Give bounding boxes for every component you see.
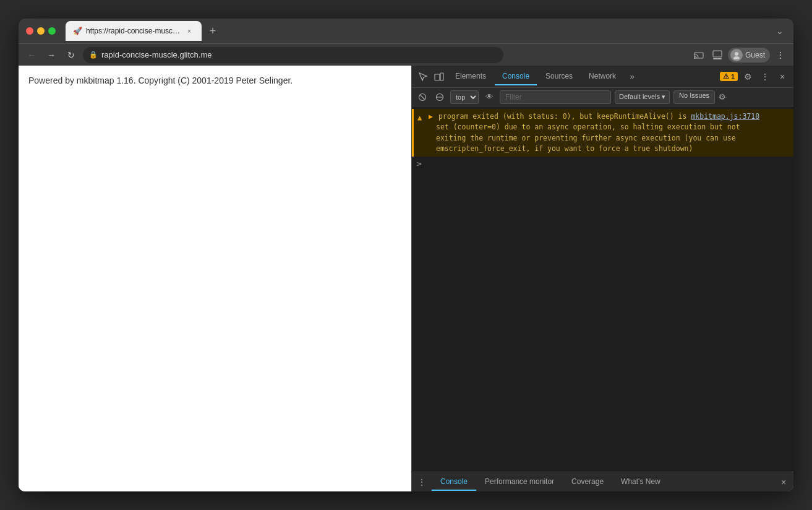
clear-console-button[interactable] (416, 90, 429, 104)
back-button[interactable]: ← (24, 47, 40, 63)
expand-arrow[interactable]: ▶ (429, 112, 433, 121)
devtools-tab-network[interactable]: Network (581, 68, 623, 85)
warning-icon: ⚠ (723, 72, 729, 80)
user-menu-button[interactable]: Guest (728, 48, 770, 63)
user-name: Guest (745, 51, 765, 59)
svg-line-9 (421, 95, 425, 99)
traffic-lights (26, 27, 56, 35)
device-toggle-button[interactable] (432, 69, 447, 84)
svg-point-5 (733, 56, 740, 59)
warning-message-prefix: program exited (with status: 0), but kee… (438, 112, 691, 121)
console-cursor-line[interactable]: > (412, 157, 793, 171)
minimize-button[interactable] (37, 27, 45, 35)
filter-settings-button[interactable]: ⚙ (719, 92, 726, 102)
devtools-tab-console[interactable]: Console (495, 68, 537, 85)
no-issues-button[interactable]: No Issues (673, 90, 715, 104)
new-tab-button[interactable]: + (204, 22, 221, 40)
tab-close-button[interactable]: × (184, 26, 194, 36)
main-area: Powered by mkbitmap 1.16. Copyright (C) … (19, 66, 793, 491)
warning-badge[interactable]: ⚠ 1 (720, 72, 738, 81)
console-content: ▲ ▶ program exited (with status: 0), but… (412, 106, 793, 472)
devtools-toolbar: Elements Console Sources Network » ⚠ 1 (412, 66, 793, 88)
svg-rect-6 (435, 74, 440, 80)
active-tab[interactable]: 🚀 https://rapid-concise-muscle.g... × (66, 21, 202, 41)
address-input-wrap[interactable]: 🔒 rapid-concise-muscle.glitch.me (83, 47, 503, 63)
eye-button[interactable]: 👁 (482, 90, 496, 104)
forward-button[interactable]: → (43, 47, 59, 63)
page-content: Powered by mkbitmap 1.16. Copyright (C) … (19, 66, 411, 491)
devtools-toolbar-right: ⚠ 1 ⚙ ⋮ × (720, 69, 790, 84)
default-levels-label: Default levels ▾ (619, 93, 665, 101)
devtools-tab-sources[interactable]: Sources (538, 68, 580, 85)
close-button[interactable] (26, 27, 33, 35)
address-bar-right: Guest ⋮ (691, 47, 788, 63)
tab-strip-chevron[interactable]: ⌄ (774, 24, 786, 38)
title-bar: 🚀 https://rapid-concise-muscle.g... × + … (19, 19, 793, 43)
svg-point-1 (694, 58, 695, 59)
devtools-bottom-tabs: ⋮ Console Performance monitor Coverage W… (412, 472, 793, 491)
tab-search-button[interactable] (709, 47, 725, 63)
warning-message-body: set (counter=0) due to an async operatio… (429, 122, 788, 154)
more-button[interactable]: ⋮ (772, 47, 788, 63)
no-log-button[interactable] (433, 90, 447, 104)
bottom-tab-coverage[interactable]: Coverage (563, 473, 612, 491)
tab-title: https://rapid-concise-muscle.g... (86, 27, 181, 35)
console-filter-bar: top 👁 Default levels ▾ No Issues ⚙ (412, 88, 793, 106)
filter-input[interactable] (500, 90, 611, 104)
console-prompt: > (417, 159, 422, 168)
address-bar: ← → ↻ 🔒 rapid-concise-muscle.glitch.me (19, 43, 793, 66)
console-warning-entry: ▲ ▶ program exited (with status: 0), but… (412, 109, 793, 157)
address-text: rapid-concise-muscle.glitch.me (101, 50, 497, 59)
bottom-tab-menu-button[interactable]: ⋮ (414, 475, 429, 490)
title-bar-right: ⌄ (774, 24, 786, 38)
settings-button[interactable]: ⚙ (740, 69, 755, 84)
more-tabs-button[interactable]: » (625, 69, 639, 84)
tabs-bar: 🚀 https://rapid-concise-muscle.g... × + (66, 21, 769, 41)
cast-button[interactable] (691, 47, 707, 63)
devtools-panel: Elements Console Sources Network » ⚠ 1 (411, 66, 793, 491)
svg-point-4 (735, 52, 738, 56)
source-link[interactable]: mkbitmap.js:3718 (691, 112, 759, 121)
bottom-tab-performance-monitor[interactable]: Performance monitor (476, 473, 563, 491)
refresh-button[interactable]: ↻ (63, 47, 79, 63)
warning-triangle-icon: ▲ (417, 112, 422, 123)
maximize-button[interactable] (48, 27, 56, 35)
close-devtools-button[interactable]: × (775, 69, 790, 84)
inspect-element-button[interactable] (416, 69, 430, 84)
page-body-text: Powered by mkbitmap 1.16. Copyright (C) … (28, 76, 401, 85)
context-selector[interactable]: top (450, 90, 479, 104)
tab-favicon: 🚀 (73, 27, 82, 35)
devtools-tab-elements[interactable]: Elements (448, 68, 494, 85)
default-levels-button[interactable]: Default levels ▾ (615, 90, 670, 104)
more-options-button[interactable]: ⋮ (758, 69, 772, 84)
svg-rect-0 (694, 53, 703, 58)
svg-rect-7 (440, 73, 443, 80)
bottom-tab-whats-new[interactable]: What's New (612, 473, 669, 491)
close-bottom-tab-button[interactable]: × (776, 475, 791, 490)
svg-rect-3 (713, 58, 722, 59)
user-avatar (730, 49, 743, 61)
warning-count: 1 (731, 73, 735, 80)
lock-icon: 🔒 (89, 51, 98, 59)
svg-rect-2 (713, 51, 722, 57)
browser-window: 🚀 https://rapid-concise-muscle.g... × + … (19, 19, 793, 491)
bottom-tab-console[interactable]: Console (432, 473, 476, 491)
